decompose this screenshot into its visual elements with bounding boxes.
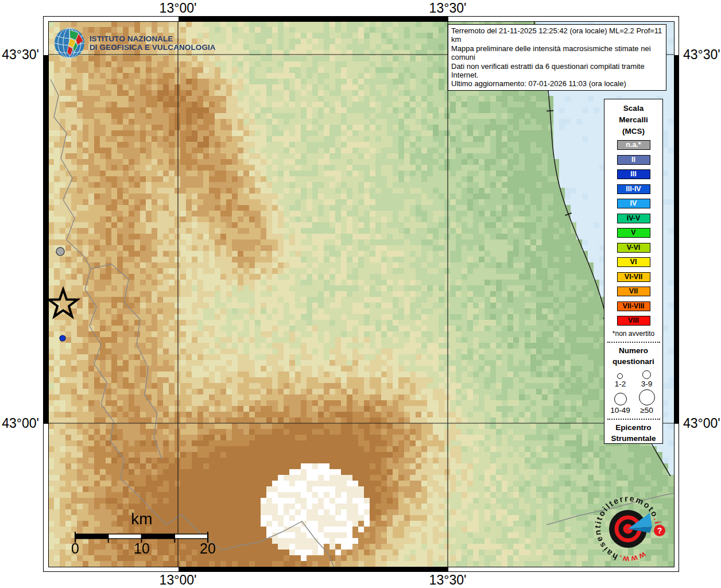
ingv-globe-icon bbox=[54, 28, 85, 59]
legend-divider-1 bbox=[607, 342, 660, 343]
epicentro-title-line1: Epicentro bbox=[611, 422, 656, 433]
epicentro-title-line2: Strumentale bbox=[611, 433, 656, 444]
ingv-macroseismic-map-page: 13°00' 13°30' 13°00' 13°30' 43°30' 43°00… bbox=[0, 0, 721, 588]
lat-label-right-bottom: 43°00' bbox=[683, 416, 720, 431]
legend-divider-2 bbox=[607, 419, 660, 420]
ingv-name-line1: ISTITUTO NAZIONALE bbox=[90, 34, 216, 43]
legend-intensity-IV: IV bbox=[617, 199, 650, 208]
legend-intensity-n.a.*: n.a.* bbox=[617, 140, 650, 150]
haisentitoilterremoto-logo: ? www.haisentitoilterremoto.it bbox=[584, 482, 676, 574]
earthquake-info-box: Terremoto del 21-11-2025 12:25:42 (ora l… bbox=[448, 24, 666, 91]
lat-label-right-top: 43°30' bbox=[683, 47, 720, 62]
legend-intensity-II: II bbox=[617, 155, 650, 165]
legend-title-line3: (MCS) bbox=[619, 126, 648, 137]
scalebar-tick-10: 10 bbox=[134, 540, 150, 557]
questionari-title-line1: Numero bbox=[613, 345, 654, 356]
lat-label-left-top: 43°30' bbox=[0, 47, 39, 62]
legend-intensity-III-IV: III-IV bbox=[617, 184, 650, 194]
questionari-size-10-49: 10-49 bbox=[610, 393, 630, 415]
lon-label-bottom-left: 13°00' bbox=[160, 572, 197, 587]
legend-title-line2: Mercalli bbox=[619, 114, 648, 126]
legend-footnote: *non avvertito bbox=[613, 330, 654, 338]
questionari-size-3-9: 3-9 bbox=[641, 370, 653, 388]
legend-intensity-VII: VII bbox=[617, 287, 650, 296]
info-line-update: Ultimo aggiornamento: 07-01-2026 11:03 (… bbox=[451, 79, 663, 88]
scalebar-tick-20: 20 bbox=[200, 540, 216, 557]
questionari-size-≥50: ≥50 bbox=[639, 389, 655, 415]
lon-label-top-right: 13°30' bbox=[429, 1, 467, 16]
ingv-logo: ISTITUTO NAZIONALE DI GEOFISICA E VULCAN… bbox=[54, 28, 216, 59]
legend-intensity-VI-VII: VI-VII bbox=[617, 272, 650, 282]
scalebar-unit-label: km bbox=[131, 510, 152, 528]
lon-label-bottom-right: 13°30' bbox=[429, 572, 467, 587]
legend-intensity-VII-VIII: VII-VIII bbox=[617, 301, 650, 311]
questionari-title-line2: questionari bbox=[613, 356, 654, 367]
legend-title-line1: Scala bbox=[619, 103, 648, 114]
scalebar-tick-0: 0 bbox=[71, 540, 79, 557]
info-line-data: Dati non verificati estratti da 6 questi… bbox=[451, 62, 663, 80]
legend-intensity-V: V bbox=[617, 228, 650, 238]
info-line-maptype: Mappa preliminare delle intensità macros… bbox=[451, 44, 663, 62]
lon-label-top-left: 13°00' bbox=[160, 1, 197, 16]
legend-panel: Scala Mercalli (MCS) n.a.*IIIIIIII-IVIVI… bbox=[604, 99, 663, 444]
legend-intensity-VIII: VIII bbox=[617, 316, 650, 326]
questionari-size-key: 1-23-910-49≥50 bbox=[607, 370, 660, 415]
legend-intensity-IV-V: IV-V bbox=[617, 214, 650, 223]
legend-intensity-V-VI: V-VI bbox=[617, 243, 650, 253]
questionari-size-1-2: 1-2 bbox=[615, 373, 626, 388]
ingv-name-line2: DI GEOFISICA E VULCANOLOGIA bbox=[90, 43, 216, 52]
legend-intensity-VI: VI bbox=[617, 257, 650, 267]
legend-intensity-III: III bbox=[617, 169, 650, 179]
legend-intensity-scale: n.a.*IIIIIIII-IVIVIV-VVV-VIVIVI-VIIVIIVI… bbox=[617, 140, 650, 326]
info-line-event: Terremoto del 21-11-2025 12:25:42 (ora l… bbox=[451, 26, 663, 44]
lat-label-left-bottom: 43°00' bbox=[0, 416, 39, 431]
terrain-raster bbox=[48, 21, 674, 567]
